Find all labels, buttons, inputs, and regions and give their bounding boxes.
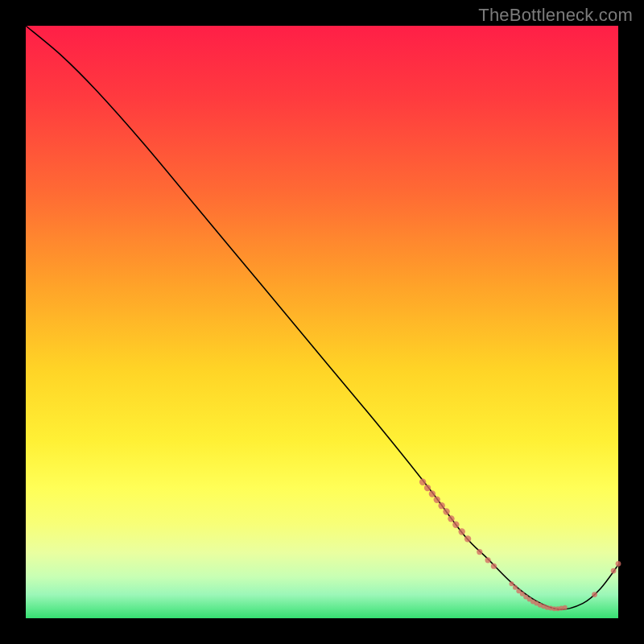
data-marker xyxy=(429,490,436,497)
data-marker xyxy=(513,585,518,590)
data-marker xyxy=(448,515,454,522)
data-marker xyxy=(491,564,497,569)
data-marker xyxy=(464,535,471,542)
data-marker xyxy=(438,502,444,509)
data-marker xyxy=(563,605,568,610)
watermark-text: TheBottleneck.com xyxy=(478,5,633,26)
data-marker xyxy=(452,522,459,528)
data-marker xyxy=(477,549,482,555)
chart-svg xyxy=(26,26,618,618)
data-marker xyxy=(419,479,426,485)
data-marker xyxy=(485,557,490,563)
data-marker xyxy=(443,508,449,514)
data-marker xyxy=(611,568,617,574)
data-marker xyxy=(424,485,431,491)
curve-line xyxy=(26,26,618,609)
plot-area xyxy=(26,26,618,618)
data-marker xyxy=(434,497,440,503)
data-marker xyxy=(616,561,621,567)
data-marker xyxy=(510,581,514,586)
chart-frame: TheBottleneck.com xyxy=(0,0,644,644)
data-marker xyxy=(592,592,597,597)
data-marker xyxy=(459,528,465,535)
